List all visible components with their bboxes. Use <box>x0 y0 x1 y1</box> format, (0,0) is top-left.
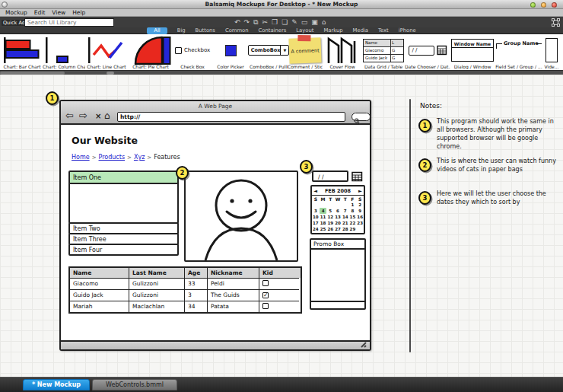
calendar-day[interactable]: 13 <box>334 214 342 220</box>
calendar-day[interactable]: 18 <box>320 220 327 226</box>
calendar-day[interactable]: 21 <box>342 220 349 226</box>
calendar-day[interactable]: 5 <box>326 208 334 214</box>
edit-icon[interactable]: ✎ <box>291 17 297 27</box>
library-item-color-picker[interactable]: Color Picker <box>212 34 250 70</box>
undo-icon[interactable]: ↶ <box>234 17 240 27</box>
calendar-day[interactable]: 27 <box>334 226 342 232</box>
calendar-day[interactable]: 1 <box>349 202 357 208</box>
tab-buttons[interactable]: Buttons <box>196 27 215 34</box>
redo-icon[interactable]: ↷ <box>244 17 250 27</box>
tab-containers[interactable]: Containers <box>259 27 287 34</box>
copy-icon[interactable]: ❐ <box>272 17 278 27</box>
library-item-field-set[interactable]: Group Name Field Set / Group / ... <box>495 34 543 70</box>
search-input[interactable] <box>24 18 114 27</box>
tab-big[interactable]: Big <box>177 27 186 34</box>
calendar-day[interactable]: 29 <box>349 226 357 232</box>
duplicate-icon[interactable]: ⧉ <box>253 17 258 27</box>
library-item-video[interactable]: Vide... <box>543 34 560 70</box>
calendar-day[interactable] <box>312 202 320 208</box>
library-item-line-chart[interactable]: Chart: Line Chart <box>85 34 128 70</box>
calendar-day[interactable] <box>326 202 334 208</box>
calendar-day[interactable]: 24 <box>312 226 320 232</box>
url-field[interactable]: http:// <box>117 112 345 122</box>
calendar-day[interactable]: 14 <box>342 214 349 220</box>
library-item-pie-chart[interactable]: Chart: Pie Chart <box>128 34 173 70</box>
paste-icon[interactable]: ❏ <box>282 17 288 27</box>
crop-icon[interactable]: ▭ <box>301 17 308 27</box>
calendar-day[interactable] <box>334 202 342 208</box>
calendar-next-button[interactable]: ► <box>358 188 362 194</box>
callout-marker-3[interactable]: 3 <box>300 160 313 174</box>
maximize-button[interactable] <box>541 2 546 8</box>
note-callout-3[interactable]: 3 <box>418 191 431 205</box>
date-input[interactable]: / / <box>312 171 348 182</box>
calendar-day[interactable]: 26 <box>326 226 334 232</box>
kid-checkbox[interactable] <box>262 280 269 286</box>
calendar-day[interactable] <box>320 202 327 208</box>
breadcrumb-home[interactable]: Home <box>72 154 90 161</box>
group-icon[interactable]: ▣ <box>311 17 318 27</box>
calendar-day[interactable]: 23 <box>356 220 364 226</box>
calendar-day[interactable]: 8 <box>349 208 357 214</box>
back-arrow-icon[interactable]: ⇦ <box>65 110 74 121</box>
breadcrumb-xyz[interactable]: Xyz <box>134 154 145 161</box>
tab-markup[interactable]: Markup <box>323 27 342 34</box>
tab-media[interactable]: Media <box>353 27 368 34</box>
note-callout-2[interactable]: 2 <box>418 158 431 172</box>
menu-view[interactable]: View <box>52 9 65 16</box>
date-picker-button[interactable] <box>351 171 363 182</box>
library-item-comment[interactable]: A comment Comment / Sticky N... <box>288 34 323 70</box>
calendar-day[interactable]: 10 <box>312 214 320 220</box>
library-item-combobox[interactable]: ComboBox ▼ ComboBox / PullDo... <box>250 34 288 70</box>
calendar-day[interactable]: 12 <box>326 214 334 220</box>
tab-all[interactable]: All <box>147 27 167 34</box>
table-row[interactable]: Mariah Maclachlan 34 Patata <box>70 301 301 312</box>
note-callout-1[interactable]: 1 <box>418 119 431 132</box>
list-item[interactable]: Item Four <box>68 244 179 256</box>
tab-layout[interactable]: Layout <box>296 27 313 34</box>
tab-iphone[interactable]: iPhone <box>399 27 416 34</box>
calendar-day[interactable]: 11 <box>320 214 327 220</box>
library-item-date-chooser[interactable]: / / Date Chooser / Dat... <box>405 34 450 70</box>
calendar-day[interactable]: 17 <box>312 220 320 226</box>
kid-checkbox[interactable] <box>262 303 269 309</box>
browser-window-mockup[interactable]: A Web Page ⇦ ⇨ × ⌂ http:// Our Website H… <box>59 100 371 351</box>
library-item-check-box[interactable]: Checkbox Check Box <box>173 34 212 70</box>
lock-icon[interactable]: ⌂ <box>322 17 326 27</box>
calendar-day[interactable]: 7 <box>342 208 349 214</box>
browser-search-field[interactable] <box>351 113 371 121</box>
tab-webcontrols[interactable]: WebControls.bmml <box>92 379 177 390</box>
tab-common[interactable]: Common <box>225 27 249 34</box>
mockup-canvas[interactable]: 1 2 3 A Web Page ⇦ ⇨ × ⌂ http:// Our <box>0 75 563 377</box>
tab-text[interactable]: Text <box>378 27 389 34</box>
calendar-day-selected[interactable]: 4 <box>320 208 327 214</box>
table-row[interactable]: Giacomo Gulizzoni 33 Peldi <box>70 278 301 289</box>
calendar-day[interactable]: 28 <box>342 226 349 232</box>
library-item-cover-flow[interactable]: Cover Flow <box>323 34 362 70</box>
library-item-column-chart[interactable]: Chart: Column Chart <box>43 34 85 70</box>
kid-checkbox[interactable]: ✓ <box>262 292 269 298</box>
menu-edit[interactable]: Edit <box>34 9 46 16</box>
library-item-dialog[interactable]: Window Name Dialog / Window <box>450 34 495 70</box>
list-item-selected[interactable]: Item One <box>70 172 177 184</box>
calendar-prev-button[interactable]: ◄ <box>313 188 317 194</box>
library-item-data-grid[interactable]: NameL GiacomoG Guido JackG Data Grid / T… <box>362 34 405 70</box>
menu-help[interactable]: Help <box>72 9 85 16</box>
calendar-day[interactable] <box>342 202 349 208</box>
callout-marker-2[interactable]: 2 <box>176 166 189 180</box>
calendar-day[interactable]: 3 <box>312 208 320 214</box>
callout-marker-1[interactable]: 1 <box>46 91 59 105</box>
transform-icon[interactable] <box>552 18 560 27</box>
calendar-day[interactable]: 20 <box>334 220 342 226</box>
calendar-day[interactable]: 22 <box>349 220 357 226</box>
calendar-day[interactable]: 9 <box>356 208 364 214</box>
resize-grip-icon[interactable] <box>358 341 367 348</box>
library-item-bar-chart[interactable]: Chart: Bar Chart <box>2 34 43 70</box>
close-button[interactable] <box>552 2 557 8</box>
calendar-day[interactable]: 15 <box>349 214 357 220</box>
calendar-day[interactable]: 16 <box>356 214 364 220</box>
breadcrumb-products[interactable]: Products <box>99 154 126 161</box>
table-row[interactable]: Guido Jack Gulizzoni 3 The Guids ✓ <box>70 289 301 301</box>
calendar-day[interactable]: 19 <box>326 220 334 226</box>
calendar-day[interactable]: 25 <box>320 226 327 232</box>
